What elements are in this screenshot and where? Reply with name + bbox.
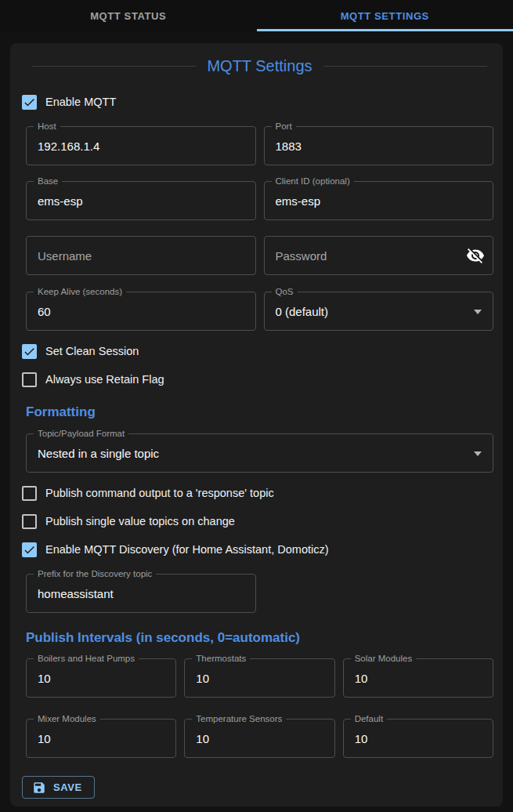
password-input[interactable] xyxy=(265,237,493,274)
interval-boilers-input[interactable] xyxy=(27,659,175,697)
username-field xyxy=(26,236,256,275)
set-clean-session-row[interactable]: Set Clean Session xyxy=(22,342,493,361)
topic-format-selected-value: Nested in a single topic xyxy=(38,447,159,460)
save-icon xyxy=(32,781,46,795)
panel-title-row: MQTT Settings xyxy=(32,57,487,75)
interval-thermostats-field: Thermostats xyxy=(184,658,334,698)
title-divider-right xyxy=(323,66,487,67)
username-input[interactable] xyxy=(27,237,255,274)
tab-mqtt-status-label: MQTT STATUS xyxy=(90,10,166,22)
host-field: Host xyxy=(26,126,256,165)
active-tab-indicator xyxy=(257,29,513,31)
host-input[interactable] xyxy=(27,127,255,165)
set-clean-session-checkbox[interactable] xyxy=(22,344,37,359)
interval-temperature-input[interactable] xyxy=(185,720,334,757)
base-input[interactable] xyxy=(27,182,255,219)
topic-format-select-label: Topic/Payload Format xyxy=(34,428,128,440)
publish-single-label: Publish single value topics on change xyxy=(45,515,235,527)
qos-select[interactable]: QoS 0 (default) xyxy=(264,292,494,331)
always-retain-row[interactable]: Always use Retain Flag xyxy=(22,370,493,389)
visibility-off-icon[interactable] xyxy=(466,246,485,265)
interval-thermostats-input[interactable] xyxy=(185,659,334,697)
chevron-down-icon xyxy=(474,451,482,456)
keep-alive-input[interactable] xyxy=(27,292,255,330)
port-input[interactable] xyxy=(265,127,493,165)
enable-discovery-checkbox[interactable] xyxy=(22,542,37,557)
publish-intervals-heading: Publish Intervals (in seconds, 0=automat… xyxy=(26,630,493,646)
chevron-down-icon xyxy=(474,310,482,314)
save-button[interactable]: SAVE xyxy=(22,776,95,799)
mqtt-settings-panel: MQTT Settings Enable MQTT Host Port Base… xyxy=(10,43,503,807)
interval-mixer-input[interactable] xyxy=(27,720,175,757)
interval-temperature-field: Temperature Sensors xyxy=(184,719,334,758)
always-retain-checkbox[interactable] xyxy=(22,372,37,387)
tab-mqtt-settings-label: MQTT SETTINGS xyxy=(341,10,429,22)
port-field: Port xyxy=(264,126,494,165)
publish-response-checkbox[interactable] xyxy=(22,486,37,501)
keep-alive-field: Keep Alive (seconds) xyxy=(26,292,256,331)
enable-discovery-row[interactable]: Enable MQTT Discovery (for Home Assistan… xyxy=(22,540,493,559)
publish-response-row[interactable]: Publish command output to a 'response' t… xyxy=(22,484,493,502)
password-field xyxy=(264,236,494,275)
tab-bar: MQTT STATUS MQTT SETTINGS xyxy=(0,0,513,31)
enable-discovery-label: Enable MQTT Discovery (for Home Assistan… xyxy=(45,543,329,556)
formatting-heading: Formatting xyxy=(26,404,493,420)
publish-response-label: Publish command output to a 'response' t… xyxy=(45,487,274,499)
tab-mqtt-settings[interactable]: MQTT SETTINGS xyxy=(257,0,513,31)
discovery-prefix-field: Prefix for the Discovery topic xyxy=(26,574,256,613)
set-clean-session-label: Set Clean Session xyxy=(45,345,139,357)
publish-single-row[interactable]: Publish single value topics on change xyxy=(22,512,493,531)
qos-select-label: QoS xyxy=(272,286,298,298)
client-id-input[interactable] xyxy=(265,182,493,219)
client-id-field: Client ID (optional) xyxy=(264,181,494,220)
interval-default-field: Default xyxy=(343,719,493,758)
interval-boilers-field: Boilers and Heat Pumps xyxy=(26,658,176,698)
page-title: MQTT Settings xyxy=(207,57,312,75)
save-button-label: SAVE xyxy=(53,781,82,793)
qos-selected-value: 0 (default) xyxy=(276,305,329,318)
title-divider-left xyxy=(32,66,196,67)
enable-mqtt-label: Enable MQTT xyxy=(45,96,116,108)
publish-single-checkbox[interactable] xyxy=(22,514,37,529)
interval-default-input[interactable] xyxy=(344,720,493,757)
always-retain-label: Always use Retain Flag xyxy=(45,373,164,386)
interval-mixer-field: Mixer Modules xyxy=(26,719,176,758)
enable-mqtt-row[interactable]: Enable MQTT xyxy=(22,92,493,111)
interval-solar-field: Solar Modules xyxy=(343,658,493,698)
interval-solar-input[interactable] xyxy=(344,659,493,697)
enable-mqtt-checkbox[interactable] xyxy=(22,95,37,110)
tab-mqtt-status[interactable]: MQTT STATUS xyxy=(0,0,257,31)
base-field: Base xyxy=(26,181,256,220)
discovery-prefix-input[interactable] xyxy=(27,575,255,612)
topic-format-select[interactable]: Topic/Payload Format Nested in a single … xyxy=(26,433,493,473)
